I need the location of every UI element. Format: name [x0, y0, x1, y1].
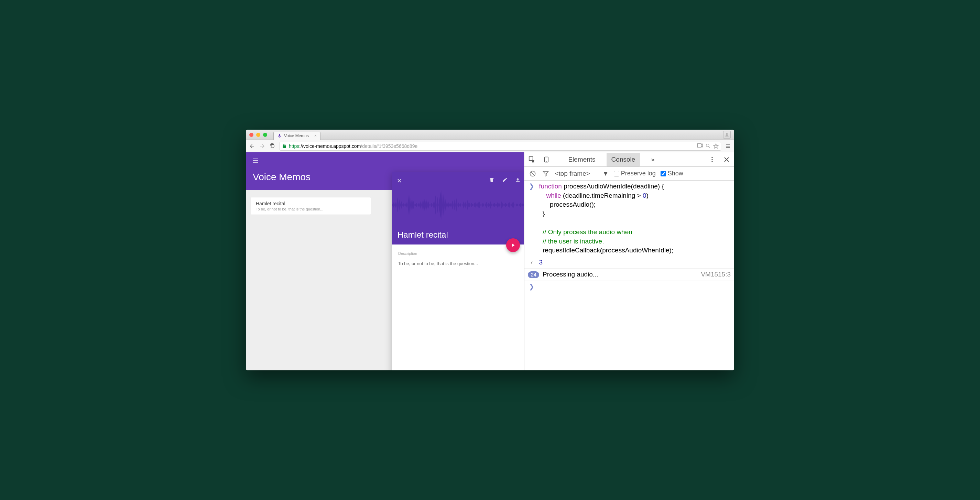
devtools-tabs: Elements Console »	[524, 152, 734, 167]
input-prompt-icon: ❯	[528, 182, 535, 255]
no-entry-icon	[529, 170, 536, 177]
menu-button[interactable]	[252, 157, 259, 166]
close-icon[interactable]: ✕	[397, 177, 402, 184]
tab-title: Voice Memos	[284, 134, 309, 138]
delete-icon[interactable]	[489, 177, 495, 183]
devtools-panel: Elements Console » <top frame> ▼ Preserv…	[524, 152, 734, 370]
app-title: Voice Memos	[253, 172, 310, 183]
description-text: To be, or not to be, that is the questio…	[398, 261, 520, 266]
back-button[interactable]	[248, 143, 256, 150]
memo-list-item[interactable]: Hamlet recital To be, or not to be, that…	[251, 197, 371, 215]
play-button[interactable]	[506, 238, 520, 252]
minimize-window-button[interactable]	[256, 133, 260, 137]
camera-icon[interactable]	[697, 143, 703, 148]
address-bar[interactable]: https://voice-memos.appspot.com/details/…	[280, 142, 721, 151]
profile-button[interactable]	[723, 131, 731, 139]
memo-list: Hamlet recital To be, or not to be, that…	[251, 197, 371, 215]
console-input-code: function processAudioWhenIdle(deadline) …	[539, 182, 673, 255]
detail-header: ✕ Hamlet recital	[392, 172, 524, 245]
inspect-element-button[interactable]	[528, 155, 536, 164]
console-return-value: 3	[539, 258, 542, 267]
memo-detail-panel: ✕ Hamlet recital Descrip	[392, 172, 524, 370]
menu-button[interactable]	[724, 143, 732, 150]
devtools-close-button[interactable]	[722, 155, 731, 164]
browser-window: Voice Memos × https://voice-memos.appspo…	[246, 130, 734, 370]
edit-icon[interactable]	[502, 177, 508, 183]
show-checkbox[interactable]: Show	[660, 170, 683, 177]
tab-more[interactable]: »	[646, 153, 660, 166]
favicon-microphone-icon	[277, 134, 282, 138]
arrow-right-icon	[259, 143, 266, 149]
svg-point-5	[711, 161, 713, 162]
window-controls	[249, 133, 267, 137]
device-mode-button[interactable]	[542, 155, 550, 164]
download-icon[interactable]	[515, 177, 520, 183]
lock-icon	[282, 144, 287, 148]
forward-button[interactable]	[259, 143, 266, 150]
tab-console[interactable]: Console	[606, 153, 640, 166]
close-window-button[interactable]	[249, 133, 253, 137]
description-label: Description	[398, 252, 520, 255]
waveform-icon	[392, 186, 524, 224]
message-count-badge: 24	[528, 271, 539, 278]
reload-button[interactable]	[269, 143, 276, 150]
tab-elements[interactable]: Elements	[563, 153, 600, 166]
zoom-icon[interactable]	[706, 143, 710, 148]
svg-point-0	[706, 144, 709, 146]
message-source-link[interactable]: VM1515:3	[701, 270, 731, 279]
memo-title: Hamlet recital	[256, 201, 366, 206]
frame-selector[interactable]: <top frame> ▼	[555, 170, 609, 177]
tab-close-icon[interactable]: ×	[314, 134, 317, 138]
person-icon	[724, 132, 729, 137]
filter-button[interactable]	[542, 170, 550, 178]
funnel-icon	[542, 170, 549, 177]
hamburger-icon	[725, 143, 731, 149]
maximize-window-button[interactable]	[263, 133, 267, 137]
reload-icon	[270, 143, 275, 149]
inspect-icon	[528, 156, 536, 163]
chevron-down-icon: ▼	[603, 170, 609, 177]
titlebar: Voice Memos ×	[246, 130, 734, 140]
voice-memos-app: Voice Memos Hamlet recital To be, or not…	[246, 152, 524, 370]
url-text: https://voice-memos.appspot.com/details/…	[289, 143, 417, 149]
memo-subtitle: To be, or not to be, that is the questio…	[256, 207, 366, 211]
content-area: Voice Memos Hamlet recital To be, or not…	[246, 152, 734, 370]
kebab-icon	[709, 156, 716, 163]
detail-body: Description To be, or not to be, that is…	[392, 245, 524, 273]
hamburger-icon	[252, 157, 259, 164]
play-icon	[510, 242, 516, 248]
svg-point-2	[546, 161, 547, 162]
browser-toolbar: https://voice-memos.appspot.com/details/…	[246, 140, 734, 152]
device-icon	[543, 156, 549, 163]
arrow-left-icon	[249, 143, 255, 149]
output-indicator-icon: ‹	[528, 258, 535, 267]
console-toolbar: <top frame> ▼ Preserve log Show	[524, 167, 734, 180]
detail-title: Hamlet recital	[398, 230, 448, 240]
input-prompt-icon: ❯	[528, 282, 535, 291]
star-icon[interactable]	[713, 143, 719, 149]
close-icon	[724, 156, 730, 162]
clear-console-button[interactable]	[528, 170, 537, 178]
svg-point-3	[711, 157, 713, 158]
console-output[interactable]: ❯ function processAudioWhenIdle(deadline…	[524, 180, 734, 370]
console-message: Processing audio...	[542, 270, 598, 279]
devtools-menu-button[interactable]	[708, 155, 716, 164]
preserve-log-checkbox[interactable]: Preserve log	[614, 170, 656, 177]
browser-tab[interactable]: Voice Memos ×	[274, 132, 320, 140]
svg-point-4	[711, 159, 713, 160]
